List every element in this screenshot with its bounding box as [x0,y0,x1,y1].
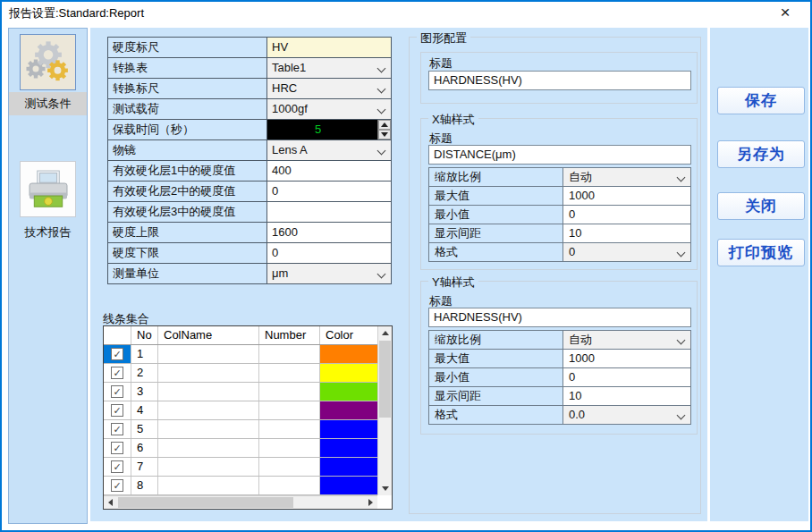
axis-dropdown[interactable]: 自动 [562,167,691,187]
axis-text-field[interactable]: 1000 [562,186,691,206]
line-color-swatch[interactable] [320,477,377,494]
form-text-field[interactable] [266,201,392,223]
line-color-swatch[interactable] [320,439,377,457]
chevron-down-icon [377,85,386,94]
line-colname-cell[interactable] [158,458,259,476]
vertical-scroll-thumb[interactable] [379,341,391,418]
line-select-cell[interactable]: ✓ [104,364,131,382]
form-dropdown[interactable]: Lens A [266,139,392,161]
line-color-swatch[interactable] [320,364,377,382]
line-select-cell[interactable]: ✓ [104,401,131,419]
form-dropdown[interactable]: Table1 [266,57,392,79]
save-as-button[interactable]: 另存为 [717,140,805,168]
x-axis-rows: 缩放比例自动最大值1000最小值0显示间距10格式0 [428,168,691,262]
horizontal-scrollbar[interactable] [104,495,377,509]
axis-text-field[interactable]: 10 [562,386,691,406]
axis-dropdown[interactable]: 0 [562,242,691,262]
line-number-cell[interactable] [259,458,320,476]
lines-table-body: ✓1✓2✓3✓4✓5✓6✓7✓8 [104,345,377,495]
scroll-right-icon[interactable] [364,496,377,509]
scroll-up-icon[interactable] [378,326,392,340]
vertical-scrollbar[interactable] [377,326,392,495]
line-select-cell[interactable]: ✓ [104,420,131,438]
line-color-swatch[interactable] [320,420,377,438]
line-colname-cell[interactable] [158,477,259,494]
form-row-label: 有效硬化层1中的硬度值 [107,160,267,182]
checkbox-icon[interactable]: ✓ [111,423,123,435]
line-number-cell[interactable] [259,345,320,363]
form-row: 硬度下限0 [107,242,392,264]
line-select-cell[interactable]: ✓ [104,439,131,457]
checkbox-icon[interactable]: ✓ [111,367,123,379]
spinner-down-button[interactable] [378,130,391,139]
axis-row-label: 最大值 [428,349,563,368]
x-axis-title-input[interactable]: DISTANCE(μm) [428,145,691,165]
line-number-cell[interactable] [259,477,320,494]
line-color-swatch[interactable] [320,401,377,419]
sidebar-item-tech-report[interactable]: 技术报告 [9,161,87,259]
main-panel: 硬度标尺HV转换表Table1转换标尺HRC测试载荷1000gf保载时间（秒）5… [90,28,707,521]
save-button[interactable]: 保存 [717,87,805,114]
checkbox-icon[interactable]: ✓ [111,460,123,473]
axis-text-field[interactable]: 0 [562,205,691,224]
form-row: 测试载荷1000gf [107,98,392,120]
axis-text-field[interactable]: 10 [562,224,691,243]
axis-dropdown[interactable]: 自动 [562,330,691,350]
checkbox-icon[interactable]: ✓ [111,348,123,360]
down-arrow-icon [381,132,388,137]
line-colname-cell[interactable] [158,345,259,363]
checkbox-icon[interactable]: ✓ [111,479,123,492]
form-text-field[interactable]: 0 [266,242,392,264]
line-colname-cell[interactable] [158,364,259,382]
line-row: ✓6 [104,439,377,458]
line-number-cell[interactable] [259,383,320,401]
line-select-cell[interactable]: ✓ [104,383,131,401]
scroll-left-icon[interactable] [104,496,117,509]
line-colname-cell[interactable] [158,420,259,438]
line-color-swatch[interactable] [320,458,377,476]
print-preview-button[interactable]: 打印预览 [717,239,805,266]
line-colname-cell[interactable] [158,383,259,401]
header-no: No [131,326,158,344]
axis-row-label: 缩放比例 [428,167,563,187]
line-colname-cell[interactable] [158,439,259,457]
y-axis-title-input[interactable]: HARDNESS(HV) [428,308,691,327]
axis-dropdown[interactable]: 0.0 [562,405,691,425]
line-color-swatch[interactable] [320,345,377,363]
line-select-cell[interactable]: ✓ [104,345,131,363]
line-number-cell[interactable] [259,401,320,419]
line-no: 2 [131,364,158,382]
form-dropdown[interactable]: 1000gf [266,98,392,120]
hold-time-spinner[interactable]: 5 [266,119,392,140]
form-text-field[interactable]: 1600 [266,222,392,243]
line-select-cell[interactable]: ✓ [104,458,131,476]
graph-title-input[interactable]: HARDNESS(HV) [428,71,691,90]
line-number-cell[interactable] [259,420,320,438]
checkbox-icon[interactable]: ✓ [111,404,123,417]
form-text-field[interactable]: 0 [266,181,392,202]
line-select-cell[interactable]: ✓ [104,477,131,494]
spinner-up-button[interactable] [378,120,391,130]
form-row-label: 测试载荷 [107,98,267,120]
checkbox-icon[interactable]: ✓ [111,442,123,454]
printer-icon [20,161,76,217]
close-dialog-button[interactable]: 关闭 [717,192,805,220]
axis-text-field[interactable]: 0 [562,367,691,387]
chevron-down-icon [677,173,686,182]
form-dropdown[interactable]: μm [266,263,392,284]
close-icon[interactable]: × [767,2,803,25]
form-dropdown[interactable]: HRC [266,78,392,99]
horizontal-scroll-thumb[interactable] [118,497,293,508]
form-text-field[interactable]: 400 [266,160,392,182]
form-row: 有效硬化层3中的硬度值 [107,201,392,223]
form-readonly-field: HV [266,37,392,58]
axis-text-field[interactable]: 1000 [562,349,691,368]
line-colname-cell[interactable] [158,401,259,419]
line-number-cell[interactable] [259,364,320,382]
line-color-swatch[interactable] [320,383,377,401]
checkbox-icon[interactable]: ✓ [111,385,123,398]
scroll-down-icon[interactable] [378,482,392,495]
sidebar-item-test-conditions[interactable]: 测试条件 [9,34,87,120]
line-number-cell[interactable] [259,439,320,457]
window-title: 报告设置:Standard:Report [9,2,144,25]
